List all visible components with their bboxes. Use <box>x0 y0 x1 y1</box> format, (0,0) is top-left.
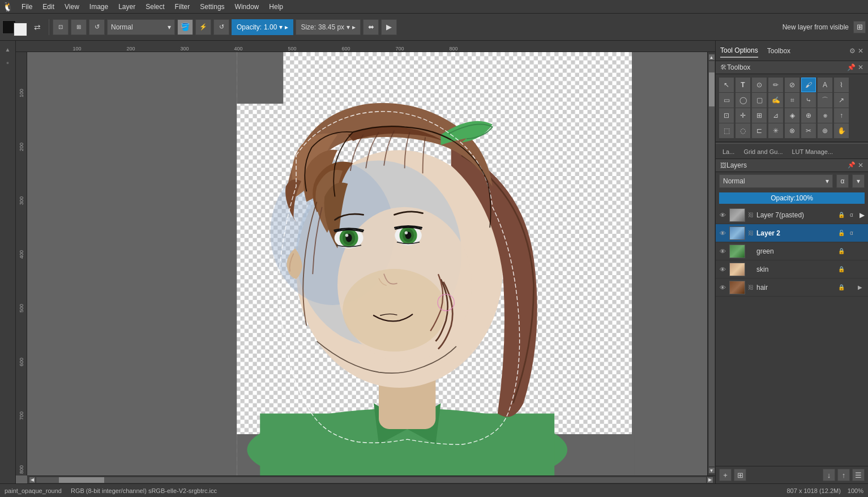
layer-alpha-7[interactable]: α <box>848 211 856 219</box>
tab-tool-options[interactable]: Tool Options <box>720 44 758 58</box>
tool-freehand[interactable]: ✍ <box>768 93 783 108</box>
tool-rect-select2[interactable]: ⬚ <box>719 123 734 138</box>
menu-file[interactable]: File <box>17 2 37 12</box>
size-control[interactable]: Size: 38.45 px ▾ ▸ <box>296 19 361 35</box>
layer-row-green[interactable]: 👁 ⛓ green 🔒 α <box>716 242 868 260</box>
layer-alpha-lock[interactable]: α <box>836 174 849 188</box>
tool-ellipse-select2[interactable]: ◌ <box>736 123 750 138</box>
menu-window[interactable]: Window <box>230 2 264 12</box>
hscroll-thumb[interactable] <box>59 477 104 483</box>
layer-extra-btn[interactable]: ▾ <box>852 174 865 188</box>
reset-colors[interactable]: ⊡ <box>53 19 69 35</box>
menu-view[interactable]: View <box>60 2 84 12</box>
tool-bezier[interactable]: ⌗ <box>785 93 799 108</box>
reset-dynamics[interactable]: ↺ <box>213 19 229 35</box>
layer-visibility-green[interactable]: 👁 <box>718 247 727 256</box>
tool-eyedropper[interactable]: ⊙ <box>752 78 767 92</box>
panel-close[interactable]: ✕ <box>858 47 863 55</box>
paint-bucket[interactable]: 🪣 <box>177 19 193 35</box>
hscroll-left[interactable]: ◀ <box>29 477 35 483</box>
layer-move-up-btn[interactable]: ↑ <box>837 469 850 481</box>
vscroll-thumb[interactable] <box>709 72 715 106</box>
vertical-scrollbar[interactable]: ▲ ▼ <box>707 52 715 475</box>
tool-pencil[interactable]: ✏ <box>768 78 783 92</box>
tool-diagonal[interactable]: ↗ <box>834 93 849 108</box>
hscroll-track[interactable] <box>36 477 706 483</box>
layer-more-2[interactable] <box>858 229 866 237</box>
flip-vertical[interactable]: ▶ <box>381 19 397 35</box>
tool-rect[interactable]: ▭ <box>719 93 734 108</box>
tool-pan[interactable]: ✋ <box>834 123 849 138</box>
menu-edit[interactable]: Edit <box>38 2 59 12</box>
tool-ellipse[interactable]: ◯ <box>736 93 750 108</box>
tool-arc[interactable]: ⌒ <box>818 93 832 108</box>
vscroll-down[interactable]: ▼ <box>709 468 715 473</box>
layer-lock-green[interactable]: 🔒 <box>837 247 845 255</box>
tool-paintbrush[interactable]: 🖌 <box>801 78 816 92</box>
layer-row-skin[interactable]: 👁 ⛓ skin 🔒 α <box>716 260 868 279</box>
pattern-fill[interactable]: ⊞ <box>71 19 87 35</box>
layer-visibility-skin[interactable]: 👁 <box>718 265 727 274</box>
tool-clone[interactable]: ⎈ <box>818 108 832 123</box>
paint-dynamics[interactable]: ⚡ <box>195 19 211 35</box>
layer-visibility-hair[interactable]: 👁 <box>718 283 727 292</box>
tool-text[interactable]: T <box>736 78 750 92</box>
tool-zoom[interactable]: ⊕ <box>818 123 832 138</box>
tool-scissors[interactable]: ✂ <box>801 123 816 138</box>
layer-alpha-skin[interactable]: α <box>848 265 856 273</box>
layer-row-2[interactable]: 👁 ⛓ Layer 2 🔓 α <box>716 224 868 242</box>
menu-help[interactable]: Help <box>264 2 288 12</box>
layer-alpha-green[interactable]: α <box>848 247 856 255</box>
tool-smudge[interactable]: ↑ <box>834 108 849 123</box>
layer-lock-2[interactable]: 🔓 <box>837 229 845 237</box>
layer-menu-btn[interactable]: ☰ <box>852 469 865 481</box>
layer-more-7[interactable]: ▶ <box>858 211 866 219</box>
menu-image[interactable]: Image <box>85 2 113 12</box>
background-color[interactable] <box>14 23 27 36</box>
tool-move[interactable]: ✛ <box>736 108 750 123</box>
vscroll-up[interactable]: ▲ <box>709 54 715 60</box>
layer-duplicate-btn[interactable]: ⊞ <box>734 469 746 481</box>
layers-close[interactable]: ✕ <box>858 161 863 169</box>
layer-visibility-2[interactable]: 👁 <box>718 229 727 238</box>
tool-heal[interactable]: ⊕ <box>801 108 816 123</box>
layer-lock-hair[interactable]: 🔒 <box>837 284 845 292</box>
layers-pin[interactable]: 📌 <box>848 161 856 169</box>
tool-fuzzy-select[interactable]: ✳ <box>768 123 783 138</box>
layer-row-7pasted[interactable]: 👁 ⛓ Layer 7(pasted) 🔒 α ▶ <box>716 206 868 224</box>
layer-add-btn[interactable]: + <box>719 469 732 481</box>
tab-grid-guides[interactable]: Grid and Gu... <box>740 147 786 156</box>
layer-alpha-2[interactable]: α <box>848 229 856 237</box>
tool-line-erase[interactable]: ⊘ <box>785 78 799 92</box>
opacity-control[interactable]: Opacity: 1.00 ▾ ▸ <box>232 19 293 35</box>
menu-layer[interactable]: Layer <box>114 2 140 12</box>
tool-select-color[interactable]: ⊗ <box>785 123 799 138</box>
tool-scale[interactable]: ⊡ <box>719 108 734 123</box>
tool-path[interactable]: ⌇ <box>834 78 849 92</box>
layer-lock-7[interactable]: 🔒 <box>837 211 845 219</box>
new-layer-visible-btn[interactable]: ⊞ <box>853 21 866 33</box>
horizontal-scrollbar[interactable]: ◀ ▶ <box>27 475 715 483</box>
flip-horizontal[interactable]: ⬌ <box>363 19 379 35</box>
tool-pointer[interactable]: ↖ <box>719 78 734 92</box>
tab-lut-manager[interactable]: LUT Manage... <box>789 147 837 156</box>
history-back[interactable]: ↺ <box>89 19 105 35</box>
layer-move-down-btn[interactable]: ↓ <box>823 469 835 481</box>
layers-opacity-bar[interactable]: Opacity: 100% <box>719 192 865 204</box>
scroll-up[interactable]: ▲ <box>2 43 14 55</box>
hscroll-right[interactable]: ▶ <box>707 477 713 483</box>
tab-toolbox[interactable]: Toolbox <box>767 45 790 57</box>
tool-type2[interactable]: A <box>818 78 832 92</box>
tool-round-rect[interactable]: ▢ <box>752 93 767 108</box>
canvas-drawing-area[interactable] <box>27 52 707 475</box>
menu-settings[interactable]: Settings <box>195 2 229 12</box>
toolbox-close[interactable]: ✕ <box>858 63 863 71</box>
panel-configure[interactable]: ⚙ <box>849 47 856 55</box>
layer-alpha-hair[interactable]: α <box>848 284 856 292</box>
menu-select[interactable]: Select <box>141 2 169 12</box>
layers-mode-dropdown[interactable]: Normal ▾ <box>719 174 833 188</box>
tool-shear[interactable]: ⊿ <box>768 108 783 123</box>
color-swap[interactable]: ⇄ <box>29 19 45 35</box>
layer-lock-skin[interactable]: 🔒 <box>837 265 845 273</box>
blend-mode-dropdown[interactable]: Normal ▾ <box>107 19 175 35</box>
